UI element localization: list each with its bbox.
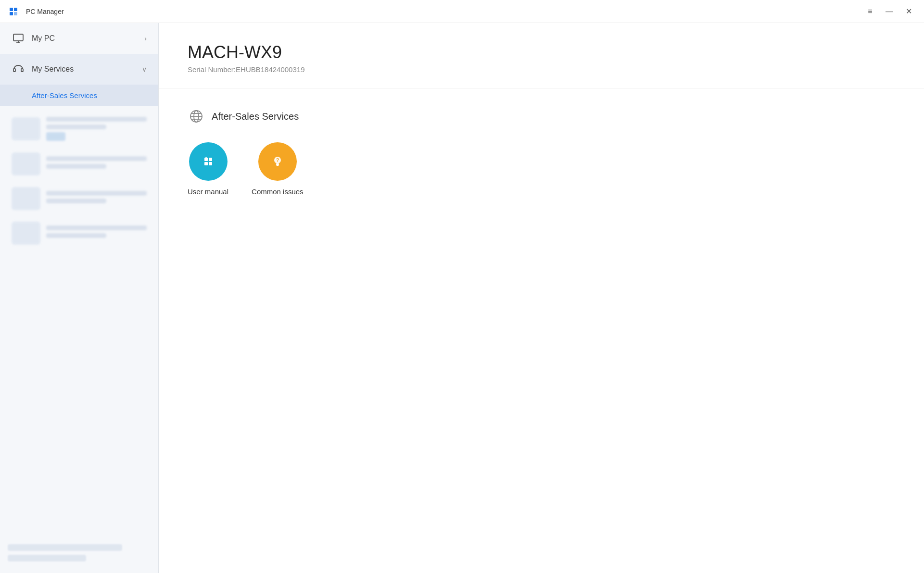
svg-rect-7 <box>13 69 15 72</box>
after-sales-label: After-Sales Services <box>32 91 97 100</box>
sidebar-subitem-after-sales[interactable]: After-Sales Services <box>0 85 158 106</box>
app-logo <box>8 5 21 18</box>
close-button[interactable]: ✕ <box>901 4 916 19</box>
main-content: MACH-WX9 Serial Number:EHUBB18424000319 … <box>159 23 924 573</box>
app-body: My PC › My Services ∨ After-Sales Servic… <box>0 23 924 573</box>
serial-label: Serial Number: <box>188 65 236 74</box>
minimize-button[interactable]: — <box>882 4 897 19</box>
sidebar-item-my-pc[interactable]: My PC › <box>0 23 158 54</box>
content-header: MACH-WX9 Serial Number:EHUBB18424000319 <box>159 23 924 88</box>
svg-rect-8 <box>21 69 23 72</box>
svg-rect-1 <box>14 8 17 11</box>
user-manual-label: User manual <box>188 187 228 196</box>
app-title: PC Manager <box>26 8 64 15</box>
svg-rect-4 <box>13 34 23 41</box>
user-manual-icon-bg <box>189 142 228 181</box>
svg-rect-21 <box>276 165 278 166</box>
services-section: After-Sales Services <box>159 88 924 573</box>
svg-text:?: ? <box>276 157 279 163</box>
sidebar: My PC › My Services ∨ After-Sales Servic… <box>0 23 159 573</box>
sidebar-item-my-services-label: My Services <box>32 65 135 74</box>
sidebar-bottom <box>0 540 158 573</box>
common-issues-icon-bg: ? <box>258 142 297 181</box>
sidebar-item-my-pc-label: My PC <box>32 34 138 43</box>
after-sales-heading: After-Sales Services <box>188 108 895 125</box>
device-name: MACH-WX9 <box>188 42 895 62</box>
sidebar-nav: My PC › My Services ∨ After-Sales Servic… <box>0 23 158 540</box>
serial-value: EHUBB18424000319 <box>236 65 304 74</box>
svg-rect-3 <box>14 12 17 15</box>
svg-rect-20 <box>276 163 279 165</box>
svg-rect-0 <box>10 8 13 11</box>
serial-number: Serial Number:EHUBB18424000319 <box>188 65 895 74</box>
headset-icon <box>12 62 25 76</box>
title-bar-left: PC Manager <box>8 5 64 18</box>
sidebar-blurred-list <box>0 106 158 257</box>
common-issues-card[interactable]: ? Common issues <box>252 142 304 196</box>
globe-icon <box>188 108 205 125</box>
title-bar-controls: ≡ — ✕ <box>862 4 916 19</box>
my-pc-chevron-icon: › <box>144 35 147 42</box>
svg-rect-16 <box>204 162 208 165</box>
sidebar-item-my-services[interactable]: My Services ∨ <box>0 54 158 85</box>
menu-button[interactable]: ≡ <box>862 4 878 19</box>
after-sales-heading-text: After-Sales Services <box>212 111 299 122</box>
title-bar: PC Manager ≡ — ✕ <box>0 0 924 23</box>
service-cards: User manual ? Common issu <box>188 142 895 196</box>
svg-rect-17 <box>209 162 212 165</box>
my-services-chevron-icon: ∨ <box>142 65 147 73</box>
svg-rect-15 <box>209 158 212 161</box>
common-issues-label: Common issues <box>252 187 304 196</box>
user-manual-card[interactable]: User manual <box>188 142 228 196</box>
svg-rect-2 <box>10 12 13 15</box>
monitor-icon <box>12 32 25 45</box>
